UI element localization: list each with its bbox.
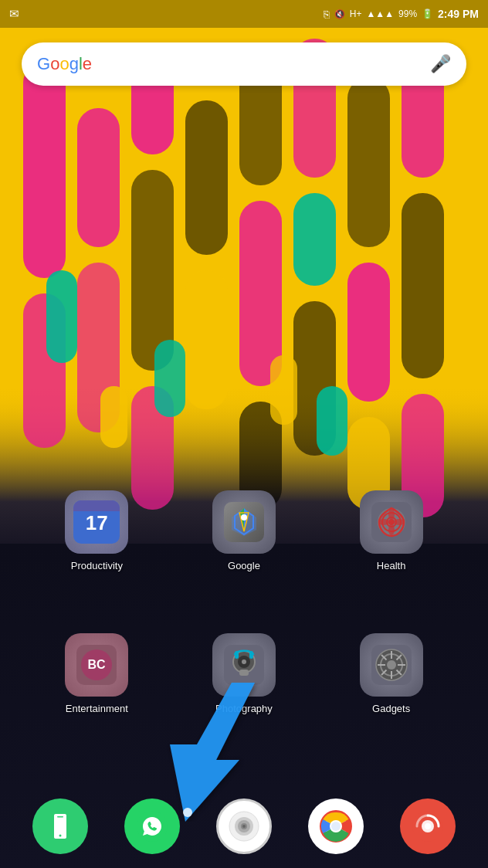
productivity-label: Productivity <box>71 560 123 571</box>
battery-icon: 🔋 <box>422 8 433 19</box>
svg-rect-18 <box>347 263 390 402</box>
svg-point-30 <box>241 514 247 520</box>
svg-rect-26 <box>100 386 127 448</box>
svg-rect-21 <box>402 193 444 378</box>
google-label: Google <box>228 560 260 571</box>
svg-rect-23 <box>46 270 77 363</box>
svg-point-49 <box>242 659 246 664</box>
calendar-number: 17 <box>86 513 108 533</box>
svg-rect-9 <box>185 100 228 255</box>
battery-text: 99% <box>398 8 417 19</box>
bluetooth-icon: ⎘ <box>324 8 330 20</box>
blue-arrow <box>154 683 278 822</box>
svg-point-38 <box>394 519 405 525</box>
dock-podcast[interactable] <box>400 798 456 854</box>
signal-icon: ▲▲▲ <box>366 8 394 19</box>
svg-rect-24 <box>154 340 185 417</box>
google-search-bar[interactable]: Google 🎤 <box>22 42 466 86</box>
gadgets-label: Gadgets <box>372 703 410 714</box>
mute-icon: 🔇 <box>334 9 345 19</box>
svg-rect-48 <box>239 670 249 676</box>
svg-point-53 <box>387 660 396 670</box>
status-bar: ✉ ⎘ 🔇 H+ ▲▲▲ 99% 🔋 2:49 PM <box>0 0 488 28</box>
app-health[interactable]: Health <box>345 490 438 571</box>
svg-rect-10 <box>185 270 228 409</box>
svg-rect-27 <box>270 355 297 425</box>
google-logo: Google <box>37 54 92 74</box>
svg-marker-62 <box>170 683 255 822</box>
svg-text:BC: BC <box>88 658 107 671</box>
svg-rect-4 <box>77 108 120 247</box>
svg-point-63 <box>183 808 192 817</box>
health-label: Health <box>377 560 406 571</box>
svg-point-39 <box>388 519 395 525</box>
svg-point-76 <box>331 822 341 831</box>
health-icon <box>360 490 423 554</box>
app-entertainment[interactable]: BC Entertainment <box>50 633 143 714</box>
svg-point-37 <box>378 519 389 525</box>
svg-rect-64 <box>57 816 63 818</box>
svg-point-35 <box>388 509 395 520</box>
status-left: ✉ <box>9 7 19 21</box>
dock-phone[interactable] <box>32 798 88 854</box>
gadgets-icon <box>360 633 423 697</box>
svg-rect-2 <box>23 62 66 278</box>
calendar-header <box>73 500 120 511</box>
microphone-icon[interactable]: 🎤 <box>430 54 451 74</box>
svg-point-79 <box>425 823 431 829</box>
svg-point-72 <box>242 825 246 828</box>
svg-point-36 <box>388 524 395 535</box>
svg-point-65 <box>59 835 61 837</box>
network-icon: H+ <box>350 8 362 19</box>
svg-rect-15 <box>293 193 336 286</box>
status-right: ⎘ 🔇 H+ ▲▲▲ 99% 🔋 2:49 PM <box>324 8 479 20</box>
svg-rect-25 <box>317 386 347 456</box>
app-productivity[interactable]: 17 Productivity <box>50 490 143 571</box>
productivity-icon: 17 <box>65 490 128 554</box>
entertainment-icon: BC <box>65 633 128 697</box>
app-google[interactable]: Google <box>198 490 290 571</box>
dock-chrome[interactable] <box>308 798 364 854</box>
google-maps-icon <box>212 490 276 554</box>
apps-row-1: 17 Productivity <box>0 490 488 571</box>
app-gadgets[interactable]: Gadgets <box>345 633 438 714</box>
time-display: 2:49 PM <box>438 8 479 20</box>
svg-rect-17 <box>347 77 390 247</box>
message-icon: ✉ <box>9 7 19 21</box>
entertainment-label: Entertainment <box>66 703 128 714</box>
